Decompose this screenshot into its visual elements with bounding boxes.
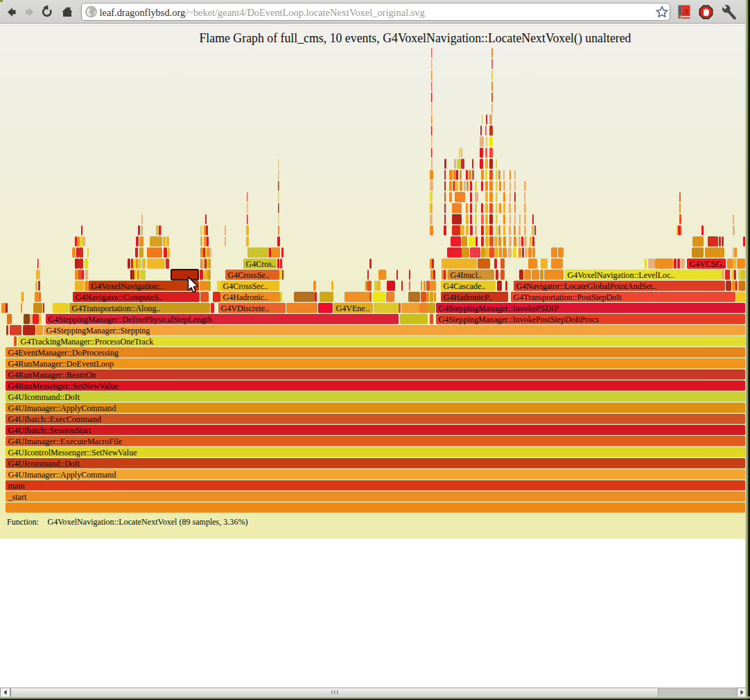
svg-text:G4Navigator::ComputeS..: G4Navigator::ComputeS.. xyxy=(76,292,163,302)
svg-text:G4SteppingManager::InvokePostS: G4SteppingManager::InvokePostStepDoItPro… xyxy=(439,315,600,324)
svg-text:G4VoxelNavigation::LevelLoc..: G4VoxelNavigation::LevelLoc.. xyxy=(568,270,675,280)
svg-text:G4Transportation::Along..: G4Transportation::Along.. xyxy=(72,304,161,313)
svg-text:main: main xyxy=(8,481,25,491)
svg-text:G4SteppingManager::DefinePhysi: G4SteppingManager::DefinePhysicalStepLen… xyxy=(49,315,212,324)
svg-text:G4CrossSec..: G4CrossSec.. xyxy=(223,281,269,291)
svg-text:G4Inucl..: G4Inucl.. xyxy=(451,270,482,280)
svg-text:Function:: Function: xyxy=(7,517,39,527)
svg-text:G4UImanager::ApplyCommand: G4UImanager::ApplyCommand xyxy=(8,403,116,413)
svg-text:G4VDiscrete..: G4VDiscrete.. xyxy=(221,304,270,313)
svg-text:G4UImanager::ApplyCommand: G4UImanager::ApplyCommand xyxy=(8,470,116,480)
svg-text:G4Hadronic..: G4Hadronic.. xyxy=(223,292,269,302)
svg-text:G4UIbatch::SessionStart: G4UIbatch::SessionStart xyxy=(8,426,91,435)
svg-text:G4UIcommand::DoIt: G4UIcommand::DoIt xyxy=(8,392,80,402)
svg-text:G4Cros..: G4Cros.. xyxy=(246,259,277,269)
svg-text:G4RunMessenger::SetNewValue: G4RunMessenger::SetNewValue xyxy=(8,381,119,391)
svg-text:G4EventManager::DoProcessing: G4EventManager::DoProcessing xyxy=(8,348,119,358)
svg-text:_start: _start xyxy=(8,492,27,502)
svg-text:G4VCSG..: G4VCSG.. xyxy=(690,259,726,269)
svg-text:G4UIcommand::DoIt: G4UIcommand::DoIt xyxy=(8,459,80,469)
svg-text:G4VoxelNavigation::LocateNextV: G4VoxelNavigation::LocateNextVoxel (89 s… xyxy=(48,517,248,527)
svg-text:G4UIbatch::ExecCommand: G4UIbatch::ExecCommand xyxy=(8,414,102,424)
svg-text:G4VoxelNavigation:..: G4VoxelNavigation:.. xyxy=(91,281,165,291)
svg-text:G4CrossSe..: G4CrossSe.. xyxy=(228,270,270,280)
svg-text:leaf.dragonflybsd.org/~beket/g: leaf.dragonflybsd.org/~beket/geant4/DoEv… xyxy=(100,7,425,18)
svg-text:G4Navigator::LocateGlobalPoint: G4Navigator::LocateGlobalPointAndSet.. xyxy=(516,281,657,291)
svg-text:G4Cascade..: G4Cascade.. xyxy=(444,281,486,291)
svg-text:G4TrackingManager::ProcessOneT: G4TrackingManager::ProcessOneTrack xyxy=(21,337,155,347)
svg-text:G4VEne..: G4VEne.. xyxy=(336,304,369,313)
svg-text:G4SteppingManager::Stepping: G4SteppingManager::Stepping xyxy=(46,326,150,335)
svg-text:G4RunManager::BeamOn: G4RunManager::BeamOn xyxy=(8,370,96,380)
svg-text:G4SteppingManager::InvokePSDIP: G4SteppingManager::InvokePSDIP xyxy=(439,304,559,313)
svg-text:G4UImanager::ExecuteMacroFile: G4UImanager::ExecuteMacroFile xyxy=(8,437,123,446)
svg-text:Flame Graph of full_cms, 10 ev: Flame Graph of full_cms, 10 events, G4Vo… xyxy=(199,31,631,46)
svg-text:A: A xyxy=(683,7,689,17)
svg-text:G4UIcontrolMessenger::SetNewVa: G4UIcontrolMessenger::SetNewValue xyxy=(8,448,137,457)
svg-text:G4HadronicP..: G4HadronicP.. xyxy=(444,292,493,302)
svg-text:G4RunManager::DoEventLoop: G4RunManager::DoEventLoop xyxy=(8,359,114,369)
svg-text:G4Transportation::PostStepDoIt: G4Transportation::PostStepDoIt xyxy=(514,292,622,302)
